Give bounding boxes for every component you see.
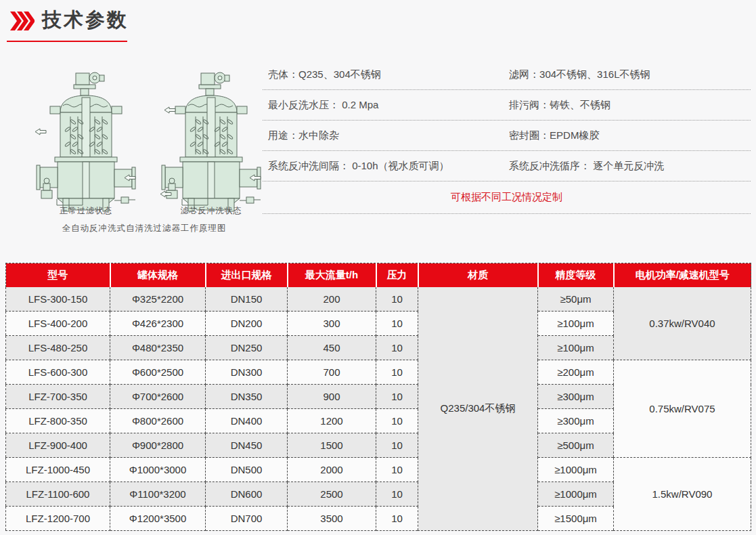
spec-backwash-sequence: 系统反冲洗循序： 逐个单元反冲洗 [509, 160, 751, 173]
cell-tank: Φ600*2500 [110, 360, 206, 385]
cell-precision: ≥200μm [538, 360, 614, 385]
cell-port: DN250 [206, 336, 288, 360]
cell-flow: 450 [288, 336, 376, 360]
cell-port: DN150 [206, 287, 288, 312]
cell-tank: Φ700*2600 [110, 385, 206, 409]
table-row: LFS-600-300 Φ600*2500 DN300 700 10 ≥200μ… [6, 360, 751, 385]
spec-min-backwash-pressure: 最小反洗水压： 0.2 Mpa [263, 99, 509, 112]
spec-row: 最小反洗水压： 0.2 Mpa 排污阀：铸铁、不锈钢 [263, 90, 751, 121]
col-header-max-flow: 最大流量t/h [288, 263, 376, 287]
cell-model: LFS-600-300 [6, 360, 110, 385]
cell-port: DN600 [206, 482, 288, 507]
working-principle-diagram: 正常过滤状态 滤芯反冲洗状态 全自动反冲洗式自清洗过滤器工作原理图 [0, 0, 284, 244]
cell-tank: Φ1000*3000 [110, 458, 206, 482]
cell-motor-group-1: 0.37kw/RV040 [614, 287, 751, 360]
cell-precision: ≥1000μm [538, 458, 614, 482]
cell-precision: ≥1500μm [538, 507, 614, 531]
cell-pressure: 10 [376, 312, 418, 336]
cell-model: LFZ-1200-700 [6, 507, 110, 531]
cell-flow: 900 [288, 385, 376, 409]
cell-model: LFS-300-150 [6, 287, 110, 312]
customization-note: 可根据不同工况情况定制 [451, 191, 562, 204]
cell-flow: 2000 [288, 458, 376, 482]
cell-model: LFZ-800-350 [6, 409, 110, 433]
table-row: LFS-300-150 Φ325*2200 DN150 200 10 Q235/… [6, 287, 751, 312]
col-header-tank-spec: 罐体规格 [110, 263, 206, 287]
cell-material-merged: Q235/304不锈钢 [418, 287, 538, 531]
cell-port: DN400 [206, 409, 288, 433]
col-header-model: 型号 [6, 263, 110, 287]
filter-vessel-normal-diagram [35, 66, 137, 214]
cell-tank: Φ325*2200 [110, 287, 206, 312]
spec-seal-ring: 密封圈：EPDM橡胶 [509, 129, 751, 142]
cell-motor-group-2: 0.75kw/RV075 [614, 360, 751, 458]
cell-flow: 1500 [288, 433, 376, 458]
table-header-row: 型号 罐体规格 进出口规格 最大流量t/h 压力 材质 精度等级 电机功率/减速… [6, 263, 751, 287]
col-header-material: 材质 [418, 263, 538, 287]
cell-flow: 3500 [288, 507, 376, 531]
cell-pressure: 10 [376, 385, 418, 409]
cell-flow: 300 [288, 312, 376, 336]
cell-precision: ≥500μm [538, 433, 614, 458]
cell-tank: Φ800*2600 [110, 409, 206, 433]
spec-row: 系统反冲洗间隔： 0-10h（视水质可调） 系统反冲洗循序： 逐个单元反冲洗 [263, 151, 751, 181]
spec-list: 壳体：Q235、304不锈钢 滤网：304不锈钢、316L不锈钢 最小反洗水压：… [263, 60, 751, 214]
cell-model: LFZ-900-400 [6, 433, 110, 458]
cell-pressure: 10 [376, 507, 418, 531]
col-header-precision: 精度等级 [538, 263, 614, 287]
cell-pressure: 10 [376, 360, 418, 385]
cell-tank: Φ480*2350 [110, 336, 206, 360]
cell-tank: Φ1200*3500 [110, 507, 206, 531]
cell-pressure: 10 [376, 336, 418, 360]
cell-tank: Φ900*2800 [110, 433, 206, 458]
diagram-label-backwash-state: 滤芯反冲洗状态 [157, 205, 265, 217]
diagram-caption: 全自动反冲洗式自清洗过滤器工作原理图 [19, 223, 269, 234]
cell-pressure: 10 [376, 409, 418, 433]
parameters-table: 型号 罐体规格 进出口规格 最大流量t/h 压力 材质 精度等级 电机功率/减速… [5, 263, 751, 531]
cell-model: LFZ-700-350 [6, 385, 110, 409]
technical-parameters-page: 技术参数 [0, 0, 756, 535]
cell-pressure: 10 [376, 458, 418, 482]
cell-precision: ≥300μm [538, 385, 614, 409]
cell-port: DN200 [206, 312, 288, 336]
cell-precision: ≥1000μm [538, 482, 614, 507]
col-header-pressure: 压力 [376, 263, 418, 287]
cell-port: DN500 [206, 458, 288, 482]
spec-row: 用途：水中除杂 密封圈：EPDM橡胶 [263, 121, 751, 151]
cell-flow: 2500 [288, 482, 376, 507]
spec-usage: 用途：水中除杂 [263, 129, 509, 142]
spec-screen: 滤网：304不锈钢、316L不锈钢 [509, 68, 751, 81]
spec-backwash-interval: 系统反冲洗间隔： 0-10h（视水质可调） [263, 160, 509, 173]
cell-port: DN300 [206, 360, 288, 385]
cell-precision: ≥100μm [538, 312, 614, 336]
cell-precision: ≥300μm [538, 409, 614, 433]
col-header-motor-power: 电机功率/减速机型号 [614, 263, 751, 287]
spec-shell: 壳体：Q235、304不锈钢 [263, 68, 509, 81]
table-row: LFZ-1000-450 Φ1000*3000 DN500 2000 10 ≥1… [6, 458, 751, 482]
cell-flow: 700 [288, 360, 376, 385]
spec-row: 壳体：Q235、304不锈钢 滤网：304不锈钢、316L不锈钢 [263, 60, 751, 90]
cell-pressure: 10 [376, 287, 418, 312]
spec-drain-valve: 排污阀：铸铁、不锈钢 [509, 99, 751, 112]
cell-model: LFS-400-200 [6, 312, 110, 336]
cell-port: DN700 [206, 507, 288, 531]
cell-port: DN350 [206, 385, 288, 409]
diagram-label-normal-state: 正常过滤状态 [35, 205, 137, 217]
cell-precision: ≥100μm [538, 336, 614, 360]
cell-pressure: 10 [376, 433, 418, 458]
cell-flow: 200 [288, 287, 376, 312]
filter-vessel-backwash-diagram [160, 66, 262, 214]
col-header-port-spec: 进出口规格 [206, 263, 288, 287]
cell-model: LFS-480-250 [6, 336, 110, 360]
cell-pressure: 10 [376, 482, 418, 507]
cell-model: LFZ-1100-600 [6, 482, 110, 507]
cell-precision: ≥50μm [538, 287, 614, 312]
cell-flow: 1200 [288, 409, 376, 433]
cell-tank: Φ1100*3200 [110, 482, 206, 507]
cell-port: DN450 [206, 433, 288, 458]
cell-tank: Φ426*2300 [110, 312, 206, 336]
cell-model: LFZ-1000-450 [6, 458, 110, 482]
cell-motor-group-3: 1.5kw/RV090 [614, 458, 751, 531]
